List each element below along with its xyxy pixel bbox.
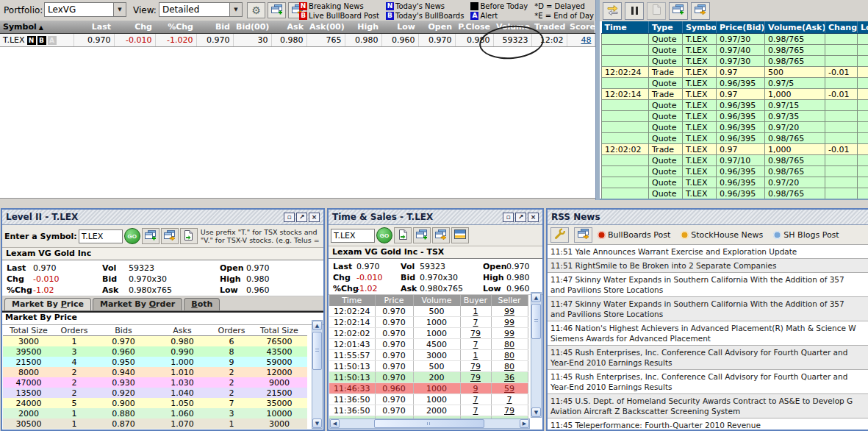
restore-button[interactable]: ▫	[503, 213, 514, 222]
buyer-link[interactable]: 79	[470, 373, 481, 382]
mbp-row[interactable]: 1350020.9201.040221500	[3, 388, 307, 398]
timesales-row[interactable]: 12:01:430.9704500780	[329, 339, 528, 350]
close-button[interactable]: ×	[309, 213, 320, 222]
trade-log-row[interactable]: QuoteT.LEX0.96/3950.97/20	[602, 122, 868, 133]
mbp-row[interactable]: 4700020.9301.03029000	[3, 377, 307, 388]
trade-log-row[interactable]: QuoteT.LEX0.96/3950.97/15	[602, 100, 868, 111]
column-header[interactable]: Ask	[271, 21, 306, 34]
restore-button[interactable]: ▫	[284, 213, 295, 222]
seller-link[interactable]: 99	[504, 307, 514, 316]
column-header[interactable]: Last	[73, 21, 114, 34]
pause-button[interactable]	[625, 2, 644, 20]
trade-log-row[interactable]: QuoteT.LEX0.96/3950.97/5	[602, 78, 868, 89]
quote-row[interactable]: T.LEXNBA0.970-0.010-1.0200.970300.980765…	[0, 34, 595, 47]
buyer-link[interactable]: 1	[473, 307, 478, 316]
timesales-row[interactable]: 11:36:500.9702000779	[329, 405, 528, 416]
trade-log-row[interactable]: QuoteT.LEX0.97/300.98/765	[602, 56, 868, 67]
popout-button[interactable]: ↗	[296, 213, 307, 222]
export-button[interactable]	[180, 228, 198, 244]
trade-log-row[interactable]: QuoteT.LEX0.96/3950.97/35	[602, 111, 868, 122]
quote-cell-score[interactable]: 48	[567, 34, 595, 47]
news-item[interactable]: 11:47 Skinny Water Expands in Southern C…	[548, 297, 868, 321]
buyer-link[interactable]: 79	[470, 362, 481, 371]
news-badge-b[interactable]: B	[37, 36, 46, 45]
popout-window-button[interactable]	[574, 227, 592, 243]
column-header[interactable]: Low	[381, 21, 418, 34]
seller-link[interactable]: 79	[504, 406, 514, 416]
vertical-scrollbar[interactable]: ▲ ▼	[312, 320, 323, 429]
mbp-row[interactable]: 800020.9401.010212000	[3, 367, 307, 377]
symbol-input[interactable]	[331, 229, 375, 243]
column-header[interactable]: Ask(00)	[306, 21, 345, 34]
trade-log-row[interactable]: QuoteT.LEX0.97/100.98/765	[602, 155, 868, 166]
mbp-row[interactable]: 300010.9700.980676500	[3, 336, 307, 347]
go-button[interactable]: GO	[376, 227, 392, 243]
column-header[interactable]: Bid	[196, 21, 233, 34]
column-header[interactable]: Bid(00)	[233, 21, 271, 34]
new-window-button[interactable]	[268, 2, 286, 18]
scroll-up-button[interactable]: ▲	[312, 321, 322, 330]
scroll-right-button[interactable]: ▶	[520, 419, 529, 428]
timesales-row[interactable]: 11:46:330.9601000959	[329, 383, 528, 394]
column-header[interactable]: Traded	[531, 21, 567, 34]
column-header[interactable]: P.Close	[455, 21, 493, 34]
column-header[interactable]: Open	[418, 21, 455, 34]
layout-button[interactable]	[451, 227, 469, 243]
news-item[interactable]: 11:47 Skinny Water Expands in Southern C…	[548, 273, 868, 297]
seller-link[interactable]: 80	[504, 340, 514, 349]
seller-link[interactable]: 7	[507, 395, 512, 405]
feed-stockhouse-news[interactable]: StockHouse News	[681, 230, 763, 240]
timesales-row[interactable]: 11:36:500.970100077	[329, 394, 528, 405]
trade-log-row[interactable]: 12:02:02TradeT.LEX0.971,000-0.01	[602, 144, 868, 155]
seller-link[interactable]: 99	[504, 329, 514, 338]
dropdown-arrow-icon[interactable]: ▼	[229, 3, 242, 16]
seller-link[interactable]: 99	[504, 318, 514, 327]
tab-both[interactable]: Both	[184, 298, 220, 310]
close-button[interactable]: ×	[528, 213, 539, 222]
popout-window-button[interactable]	[161, 228, 179, 244]
mbp-row[interactable]: 3050010.8701.07013000	[3, 418, 307, 429]
popout-window-button[interactable]	[432, 227, 450, 243]
trade-log-row[interactable]: 12:02:14TradeT.LEX0.971,000-0.01	[602, 89, 868, 100]
news-item[interactable]: 11:45 U.S. Dept. of Homeland Security Aw…	[548, 394, 868, 418]
seller-link[interactable]: 80	[504, 351, 514, 360]
buyer-link[interactable]: 7	[473, 318, 478, 327]
scrollbar-thumb[interactable]	[531, 304, 541, 339]
symbol-input[interactable]	[79, 229, 123, 243]
horizontal-scrollbar[interactable]: ◀ ▶	[329, 418, 530, 429]
rss-titlebar[interactable]: RSS News	[548, 210, 868, 225]
trade-log-row[interactable]: 12:02:24TradeT.LEX0.97500-0.01	[602, 67, 868, 78]
column-header[interactable]: %Chg	[155, 21, 196, 34]
seller-link[interactable]: 36	[504, 373, 514, 382]
scroll-down-button[interactable]: ▼	[312, 418, 322, 428]
trade-log-row[interactable]: QuoteT.LEX0.97/300.98/765	[602, 34, 868, 45]
go-button[interactable]: GO	[124, 228, 140, 244]
news-badge-a[interactable]: A	[48, 36, 57, 45]
new-window-button[interactable]	[669, 2, 688, 20]
trade-log-row[interactable]: QuoteT.LEX0.96/3950.98/765	[602, 188, 868, 199]
tab-market-by-price[interactable]: Market By Price	[4, 298, 91, 310]
buyer-link[interactable]: 1	[473, 351, 478, 360]
new-window-button[interactable]	[413, 227, 431, 243]
timesales-row[interactable]: 11:50:130.9705007980	[329, 361, 528, 372]
scroll-left-button[interactable]: ◀	[330, 419, 340, 428]
column-header-symbol[interactable]: Symbol▲	[0, 21, 73, 34]
timesales-row[interactable]: 12:02:140.9701000799	[329, 317, 528, 328]
seller-link[interactable]: 59	[504, 384, 514, 393]
vertical-scrollbar[interactable]: ▲ ▼	[531, 292, 542, 418]
new-window-button[interactable]	[142, 228, 159, 244]
tab-market-by-order[interactable]: Market By Order	[93, 298, 182, 310]
mbp-row[interactable]: 2400050.9001.050735000	[3, 398, 307, 408]
timesales-row[interactable]: 12:02:240.970500199	[329, 306, 528, 317]
timesales-titlebar[interactable]: Time & Sales - T.LEX ▫↗×	[329, 210, 542, 225]
view-select[interactable]: Detailed ▼	[159, 2, 243, 17]
column-header[interactable]: Score	[567, 21, 595, 34]
scrollbar-thumb[interactable]	[374, 419, 484, 428]
column-header[interactable]: Chg	[114, 21, 155, 34]
dropdown-arrow-icon[interactable]: ▼	[113, 3, 126, 16]
news-item[interactable]: 11:45 Rush Enterprises, Inc. Conference …	[548, 346, 868, 370]
trade-log-row[interactable]: QuoteT.LEX0.96/3950.97/20	[602, 177, 868, 188]
trade-log-row[interactable]: QuoteT.LEX0.96/3950.98/765	[602, 166, 868, 177]
popout-window-button[interactable]	[691, 2, 710, 20]
export-button[interactable]	[647, 2, 666, 20]
